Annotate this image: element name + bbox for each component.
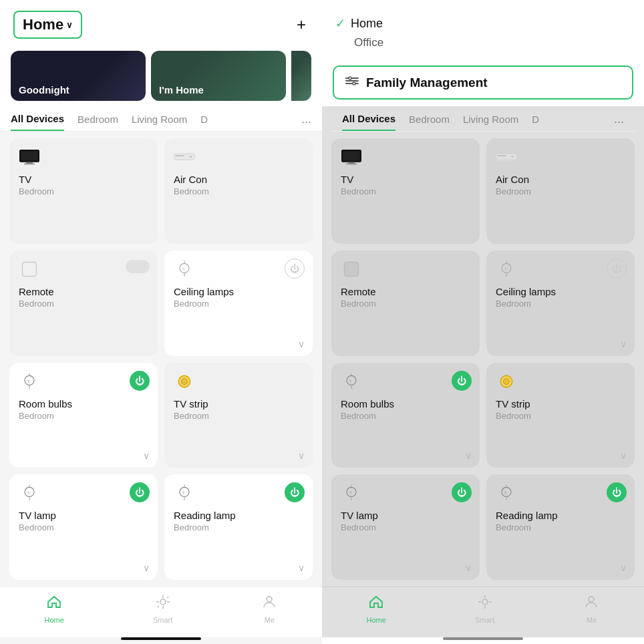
right-nav-me[interactable]: Me bbox=[583, 594, 599, 624]
home-menu-item[interactable]: ✓ Home bbox=[335, 11, 631, 33]
right-tab-bedroom[interactable]: Bedroom bbox=[409, 114, 450, 130]
right-tv-strip-icon bbox=[496, 372, 625, 394]
right-tv-icon bbox=[341, 148, 470, 170]
scene-row: Goodnight I'm Home bbox=[0, 45, 322, 106]
right-device-name-remote: Remote bbox=[341, 286, 470, 297]
nav-me[interactable]: Me bbox=[261, 594, 277, 624]
add-button[interactable]: + bbox=[294, 13, 309, 37]
tab-more-icon[interactable]: ··· bbox=[301, 115, 311, 129]
device-name-ceiling-lamps: Ceiling lamps bbox=[174, 286, 303, 297]
device-name-room-bulbs: Room bulbs bbox=[19, 398, 148, 410]
right-device-card-reading-lamp: T Reading lamp Bedroom ⏻ ∨ bbox=[486, 474, 635, 580]
right-device-room-room-bulbs: Bedroom bbox=[341, 411, 470, 421]
home-nav-label: Home bbox=[45, 616, 64, 624]
left-bottom-nav: Home Smart bbox=[0, 587, 322, 637]
svg-text:T: T bbox=[182, 266, 185, 271]
right-tv-lamp-icon: T bbox=[341, 484, 470, 506]
goodnight-scene-card[interactable]: Goodnight bbox=[11, 51, 146, 101]
left-header: Home ∨ + bbox=[0, 0, 322, 45]
svg-point-6 bbox=[190, 155, 192, 158]
svg-rect-5 bbox=[176, 155, 184, 156]
right-device-room-remote: Bedroom bbox=[341, 299, 470, 309]
nav-smart[interactable]: Smart bbox=[153, 594, 172, 624]
scene-card-partial bbox=[291, 51, 311, 101]
right-tab-all-devices[interactable]: All Devices bbox=[342, 113, 395, 131]
home-nav-icon bbox=[46, 594, 62, 614]
svg-rect-2 bbox=[26, 162, 33, 163]
right-device-room-aircon: Bedroom bbox=[496, 186, 625, 196]
device-card-aircon[interactable]: Air Con Bedroom bbox=[164, 138, 313, 244]
right-room-bulbs-icon: T bbox=[341, 372, 470, 394]
tv-lamp-chevron[interactable]: ∨ bbox=[143, 562, 150, 573]
tab-bedroom[interactable]: Bedroom bbox=[77, 114, 118, 130]
left-panel: Home ∨ + Goodnight I'm Home All Devices … bbox=[0, 0, 322, 644]
device-card-ceiling-lamps[interactable]: T Ceiling lamps Bedroom ⏻ ∨ bbox=[164, 251, 313, 356]
right-device-room-tv-strip: Bedroom bbox=[496, 411, 625, 421]
reading-lamp-chevron[interactable]: ∨ bbox=[298, 562, 305, 573]
ceiling-lamps-power-btn[interactable]: ⏻ bbox=[285, 259, 305, 279]
right-tab-living-room[interactable]: Living Room bbox=[463, 114, 518, 130]
tab-d[interactable]: D bbox=[200, 114, 208, 130]
right-nav-home[interactable]: Home bbox=[367, 594, 386, 624]
right-remote-icon bbox=[341, 260, 470, 282]
right-device-name-aircon: Air Con bbox=[496, 174, 625, 185]
right-bottom-nav: Home Smart Me bbox=[322, 587, 644, 637]
device-card-remote[interactable]: Remote Bedroom bbox=[9, 251, 158, 356]
room-bulbs-chevron[interactable]: ∨ bbox=[143, 450, 150, 461]
svg-point-67 bbox=[482, 599, 488, 605]
im-home-label: I'm Home bbox=[159, 84, 204, 96]
nav-home[interactable]: Home bbox=[45, 594, 64, 624]
svg-point-72 bbox=[589, 597, 594, 602]
ceiling-lamps-chevron[interactable]: ∨ bbox=[298, 339, 305, 349]
svg-line-33 bbox=[167, 597, 168, 598]
remote-toggle[interactable] bbox=[126, 260, 150, 273]
office-label: Office bbox=[354, 36, 383, 49]
right-device-name-room-bulbs: Room bulbs bbox=[341, 398, 470, 410]
svg-rect-45 bbox=[498, 155, 506, 156]
right-tab-d[interactable]: D bbox=[532, 114, 539, 130]
device-name-reading-lamp: Reading lamp bbox=[174, 510, 303, 521]
right-aircon-icon bbox=[496, 148, 625, 170]
right-device-name-tv: TV bbox=[341, 174, 470, 185]
device-card-tv[interactable]: TV Bedroom bbox=[9, 138, 158, 244]
tab-living-room[interactable]: Living Room bbox=[132, 114, 187, 130]
svg-text:T: T bbox=[182, 490, 185, 495]
room-bulbs-power-btn[interactable]: ⏻ bbox=[130, 371, 150, 391]
device-card-reading-lamp[interactable]: T Reading lamp Bedroom ⏻ ∨ bbox=[164, 474, 313, 580]
svg-text:T: T bbox=[349, 378, 352, 383]
right-device-name-ceiling-lamps: Ceiling lamps bbox=[496, 286, 625, 297]
right-tab-more-icon[interactable]: ··· bbox=[614, 115, 624, 129]
family-mgmt-icon bbox=[345, 75, 359, 90]
tv-strip-chevron[interactable]: ∨ bbox=[298, 450, 305, 461]
right-device-room-tv: Bedroom bbox=[341, 186, 470, 196]
right-tv-strip-chevron: ∨ bbox=[620, 450, 627, 461]
right-tabs-area: All Devices Bedroom Living Room D ··· bbox=[322, 106, 644, 132]
device-card-tv-lamp[interactable]: T TV lamp Bedroom ⏻ ∨ bbox=[9, 474, 158, 580]
device-room-remote: Bedroom bbox=[19, 299, 148, 309]
im-home-scene-card[interactable]: I'm Home bbox=[151, 51, 286, 101]
right-device-room-ceiling-lamps: Bedroom bbox=[496, 299, 625, 309]
svg-text:T: T bbox=[27, 490, 30, 495]
tab-all-devices[interactable]: All Devices bbox=[11, 113, 64, 131]
chevron-down-icon: ∨ bbox=[66, 20, 73, 30]
right-reading-lamp-icon: T bbox=[496, 484, 625, 506]
device-name-tv-lamp: TV lamp bbox=[19, 510, 148, 521]
svg-rect-48 bbox=[345, 262, 359, 276]
right-device-card-tv-lamp: T TV lamp Bedroom ⏻ ∨ bbox=[331, 474, 480, 580]
device-name-tv-strip: TV strip bbox=[174, 398, 303, 410]
home-dropdown-btn[interactable]: Home ∨ bbox=[13, 11, 82, 39]
right-device-grid: TV Bedroom Air Con Bedroom bbox=[322, 132, 644, 587]
device-name-remote: Remote bbox=[19, 286, 148, 297]
device-card-room-bulbs[interactable]: T Room bulbs Bedroom ⏻ ∨ bbox=[9, 363, 158, 468]
device-card-tv-strip[interactable]: TV strip Bedroom ∨ bbox=[164, 363, 313, 468]
office-menu-item[interactable]: Office bbox=[335, 33, 631, 55]
tv-icon bbox=[19, 148, 148, 170]
svg-text:T: T bbox=[504, 490, 507, 495]
right-nav-smart[interactable]: Smart bbox=[475, 594, 494, 624]
right-me-nav-icon bbox=[583, 594, 599, 614]
svg-rect-1 bbox=[21, 151, 38, 160]
device-room-room-bulbs: Bedroom bbox=[19, 411, 148, 421]
family-management-btn[interactable]: Family Management bbox=[333, 65, 633, 100]
right-ceiling-lamps-chevron: ∨ bbox=[620, 339, 627, 349]
device-room-reading-lamp: Bedroom bbox=[174, 522, 303, 532]
